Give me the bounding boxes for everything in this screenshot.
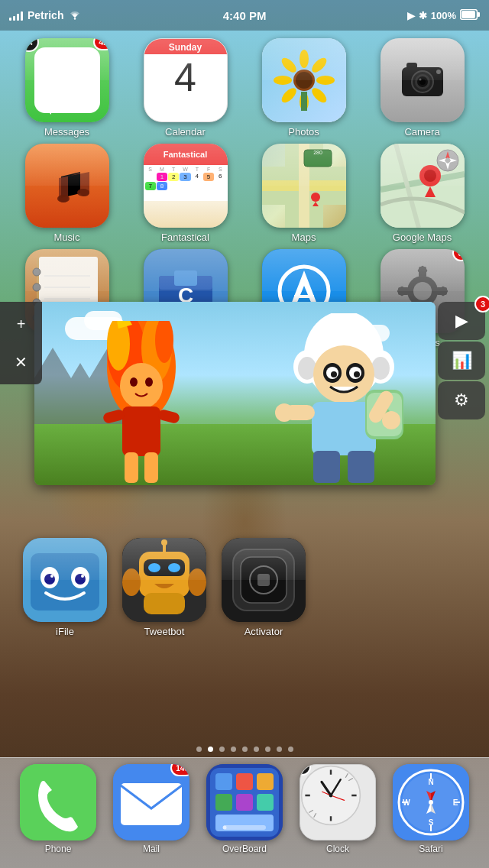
messages-badge: 42 <box>93 38 108 50</box>
svg-rect-136 <box>223 825 266 830</box>
dock-item-overboard[interactable]: OverBoard <box>206 764 283 854</box>
dot-8[interactable] <box>288 747 293 752</box>
svg-rect-83 <box>144 593 185 614</box>
svg-rect-134 <box>257 794 274 811</box>
svg-point-159 <box>429 800 433 805</box>
svg-rect-126 <box>121 783 182 825</box>
activator-label: Activator <box>244 626 283 637</box>
svg-rect-129 <box>215 773 232 790</box>
svg-point-95 <box>130 377 138 387</box>
svg-point-41 <box>33 283 40 291</box>
app-item-maps[interactable]: 280 Maps <box>254 144 354 243</box>
switcher-close-btn[interactable]: ✕ <box>5 345 38 379</box>
delete-messages-btn[interactable]: ✕ <box>25 38 39 52</box>
googlemaps-label: Google Maps <box>393 232 452 243</box>
dock-item-safari[interactable]: N S E W Safari <box>393 764 469 854</box>
svg-text:280: 280 <box>313 150 322 155</box>
ifile-icon[interactable] <box>23 538 107 622</box>
app-item-ifile[interactable]: iFile <box>15 538 115 637</box>
photos-icon[interactable] <box>262 38 346 122</box>
gear-icon: ⚙ <box>454 390 469 410</box>
svg-point-23 <box>57 195 70 202</box>
status-bar: Petrich 4:40 PM ▶ ✱ 100% <box>0 0 489 31</box>
svg-point-72 <box>50 575 53 578</box>
location-icon: ▶ <box>407 10 415 21</box>
bluetooth-icon: ✱ <box>419 10 427 21</box>
close-icon: ✕ <box>15 353 28 371</box>
dock-overboard-icon[interactable] <box>206 764 283 840</box>
battery-icon <box>460 9 480 22</box>
music-icon[interactable] <box>25 144 109 228</box>
dot-4[interactable] <box>242 747 248 752</box>
svg-point-82 <box>188 568 206 596</box>
googlemaps-icon[interactable] <box>381 144 465 228</box>
svg-point-78 <box>168 563 180 572</box>
app-item-messages[interactable]: ✕ 42 Messages <box>18 38 117 138</box>
fantastical-label: Fantastical <box>161 232 209 243</box>
dock-phone-icon[interactable] <box>20 764 96 840</box>
app-item-tweetbot[interactable]: Tweetbot <box>115 538 214 637</box>
fantastical-icon[interactable]: Fantastical SMTWTFS 123456 78 <box>144 144 228 228</box>
svg-text:E: E <box>453 798 458 807</box>
switcher-right-panel: ▶ 3 📊 ⚙ <box>434 302 489 419</box>
dock-safari-label: Safari <box>419 844 442 854</box>
cal-header: Sunday <box>144 39 227 54</box>
switcher-gear-btn[interactable]: ⚙ <box>438 381 485 419</box>
calendar-icon[interactable]: Sunday 4 <box>144 38 228 122</box>
svg-point-0 <box>74 18 76 19</box>
svg-rect-122 <box>313 451 340 483</box>
wifi-icon <box>68 9 82 22</box>
dock-phone-label: Phone <box>45 844 72 854</box>
photos-label: Photos <box>288 126 319 138</box>
activator-icon[interactable] <box>222 538 306 622</box>
svg-point-10 <box>274 76 292 85</box>
svg-point-77 <box>148 563 160 572</box>
dot-2[interactable] <box>219 747 225 752</box>
svg-rect-130 <box>236 773 253 790</box>
svg-rect-88 <box>257 574 270 586</box>
dock-mail-label: Mail <box>143 844 160 854</box>
switcher-add-btn[interactable]: + <box>5 307 38 341</box>
svg-point-11 <box>279 55 298 74</box>
app-row-2: Music Fantastical SMTWTFS 123456 78 Fant… <box>8 144 481 243</box>
app-item-music[interactable]: Music <box>18 144 117 243</box>
camera-label: Camera <box>404 126 439 138</box>
dock-safari-icon[interactable]: N S E W <box>393 764 469 840</box>
dock-item-phone[interactable]: Phone <box>20 764 96 854</box>
svg-point-112 <box>331 371 337 377</box>
app-item-photos[interactable]: Photos <box>254 38 354 138</box>
chart-icon: 📊 <box>452 351 472 371</box>
dot-3[interactable] <box>231 747 236 752</box>
app-item-googlemaps[interactable]: Google Maps <box>373 144 472 243</box>
dock-clock-icon[interactable]: ✕ <box>300 764 376 840</box>
dot-5[interactable] <box>254 747 259 752</box>
switcher-chart-btn[interactable]: 📊 <box>438 342 485 380</box>
dot-1[interactable] <box>208 747 213 752</box>
maps-icon[interactable]: 280 <box>262 144 346 228</box>
app-item-fantastical[interactable]: Fantastical SMTWTFS 123456 78 Fantastica… <box>136 144 235 243</box>
camera-icon[interactable] <box>381 38 465 122</box>
svg-point-119 <box>275 403 293 422</box>
svg-point-57 <box>413 282 432 300</box>
svg-point-80 <box>161 539 167 546</box>
mail-badge: 149 <box>170 764 189 776</box>
switcher-play-btn[interactable]: ▶ 3 <box>438 302 485 340</box>
dock-mail-icon[interactable]: 149 <box>113 764 189 840</box>
dock-item-clock[interactable]: ✕ Cloc <box>300 764 376 854</box>
tweetbot-icon[interactable] <box>122 538 206 622</box>
status-time: 4:40 PM <box>223 9 267 22</box>
app-item-activator[interactable]: Activator <box>214 538 313 637</box>
svg-rect-133 <box>236 794 253 811</box>
dot-7[interactable] <box>277 747 282 752</box>
svg-point-7 <box>309 86 329 105</box>
dot-6[interactable] <box>265 747 270 752</box>
dock-item-mail[interactable]: 149 Mail <box>113 764 189 854</box>
app-item-calendar[interactable]: Sunday 4 Calendar <box>136 38 235 138</box>
carrier-name: Petrich <box>28 9 63 21</box>
messages-icon[interactable]: ✕ 42 <box>25 38 109 122</box>
svg-point-13 <box>296 72 313 89</box>
svg-rect-3 <box>461 11 475 18</box>
svg-rect-101 <box>144 452 158 483</box>
app-item-camera[interactable]: Camera <box>373 38 472 138</box>
dot-0[interactable] <box>196 747 202 752</box>
